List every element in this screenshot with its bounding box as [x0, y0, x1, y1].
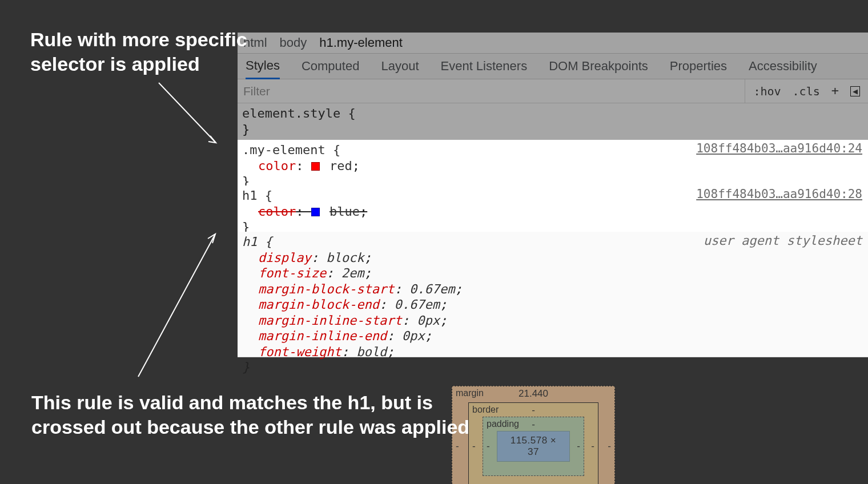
box-margin[interactable]: margin 21.440 - - border - - - padding -…	[452, 386, 615, 484]
box-border[interactable]: border - - - padding - - - 115.578 × 37	[468, 402, 598, 484]
property-name[interactable]: font-weight	[258, 345, 341, 359]
border-label: border	[472, 405, 499, 415]
property-name[interactable]: color	[258, 204, 296, 219]
property-value[interactable]: 0.67em	[394, 297, 439, 312]
css-rule-my-element[interactable]: .my-element { color: red; } 108ff484b03……	[238, 140, 868, 185]
padding-label: padding	[487, 419, 519, 429]
property-value[interactable]: 2em	[341, 266, 364, 280]
color-swatch-icon[interactable]	[311, 162, 320, 171]
padding-left-value: -	[487, 441, 490, 452]
source-link[interactable]: 108ff484b03…aa916d40:24	[696, 141, 862, 156]
property-name[interactable]: margin-block-start	[258, 282, 394, 296]
property-name[interactable]: margin-block-end	[258, 297, 379, 312]
property-name[interactable]: font-size	[258, 266, 326, 280]
close-brace: }	[242, 360, 863, 376]
property-name[interactable]: margin-inline-end	[258, 329, 387, 343]
source-link[interactable]: 108ff484b03…aa916d40:28	[696, 187, 862, 201]
padding-top-value: -	[532, 419, 535, 430]
property-value[interactable]: blue	[329, 204, 360, 219]
property-value[interactable]: 0px	[417, 313, 440, 328]
padding-right-value: -	[577, 441, 580, 452]
box-model-widget[interactable]: margin 21.440 - - border - - - padding -…	[452, 386, 615, 484]
annotation-bottom: This rule is valid and matches the h1, b…	[31, 390, 469, 439]
property-name[interactable]: color	[258, 159, 296, 173]
color-swatch-icon[interactable]	[311, 208, 320, 216]
property-name[interactable]: margin-inline-start	[258, 313, 402, 328]
css-rule-ua[interactable]: h1 { display: block;font-size: 2em;margi…	[238, 232, 868, 357]
box-padding[interactable]: padding - - - 115.578 × 37	[483, 417, 584, 476]
border-right-value: -	[591, 441, 594, 452]
property-value[interactable]: red	[329, 159, 352, 173]
property-value[interactable]: 0px	[402, 329, 425, 343]
margin-right-value: -	[608, 441, 611, 452]
property-name[interactable]: display	[258, 251, 311, 265]
property-value[interactable]: 0.67em	[409, 282, 455, 296]
margin-top-value: 21.440	[519, 388, 548, 400]
border-left-value: -	[472, 441, 476, 452]
box-content-size: 115.578 × 37	[497, 431, 570, 462]
css-rule-h1-overridden[interactable]: h1 { color: blue; } 108ff484b03…aa916d40…	[238, 185, 868, 232]
property-value[interactable]: block	[326, 251, 364, 265]
property-value[interactable]: bold	[356, 345, 387, 359]
margin-left-value: -	[456, 441, 459, 452]
source-link: user agent stylesheet	[704, 233, 862, 249]
annotation-top: Rule with more specificselector is appli…	[30, 27, 247, 76]
border-top-value: -	[532, 405, 535, 416]
